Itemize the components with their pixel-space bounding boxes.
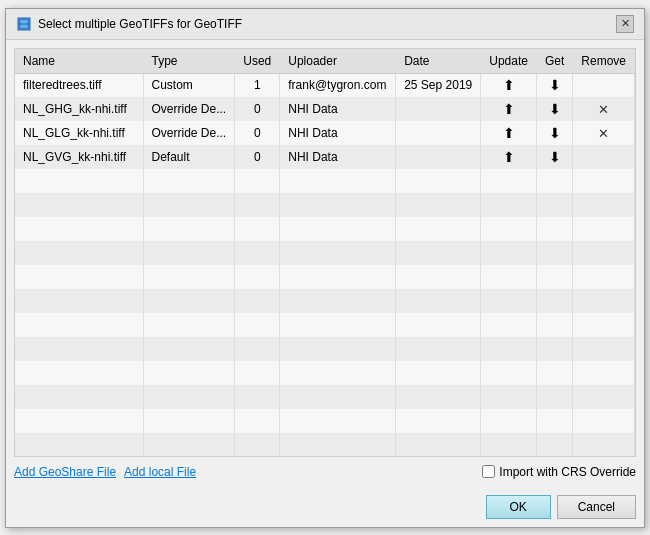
cell-remove	[573, 145, 635, 169]
table-row-empty	[15, 313, 635, 337]
table-header: Name Type Used Uploader Date Update Get …	[15, 49, 635, 74]
col-date: Date	[396, 49, 481, 74]
layers-icon	[16, 16, 32, 32]
get-icon[interactable]: ⬇	[549, 150, 561, 164]
cell-remove: ✕	[573, 121, 635, 145]
col-update: Update	[481, 49, 537, 74]
col-uploader: Uploader	[280, 49, 396, 74]
cell-update: ⬆	[481, 145, 537, 169]
add-local-button[interactable]: Add local File	[124, 465, 196, 479]
cell-uploader: NHI Data	[280, 145, 396, 169]
cell-name: NL_GVG_kk-nhi.tiff	[15, 145, 143, 169]
cell-update: ⬆	[481, 73, 537, 97]
cell-used: 0	[235, 97, 280, 121]
cell-uploader: frank@tygron.com	[280, 73, 396, 97]
cell-name: filteredtrees.tiff	[15, 73, 143, 97]
add-geoshare-button[interactable]: Add GeoShare File	[14, 465, 116, 479]
title-bar-left: Select multiple GeoTIFFs for GeoTIFF	[16, 16, 242, 32]
cell-date: 25 Sep 2019	[396, 73, 481, 97]
cell-uploader: NHI Data	[280, 121, 396, 145]
table-row-empty	[15, 217, 635, 241]
table-row-empty	[15, 241, 635, 265]
dialog-title: Select multiple GeoTIFFs for GeoTIFF	[38, 17, 242, 31]
table-body: filteredtrees.tiff Custom 1 frank@tygron…	[15, 73, 635, 457]
cell-type: Override De...	[143, 121, 235, 145]
cell-name: NL_GHG_kk-nhi.tiff	[15, 97, 143, 121]
col-type: Type	[143, 49, 235, 74]
file-table-container[interactable]: Name Type Used Uploader Date Update Get …	[14, 48, 636, 457]
col-get: Get	[536, 49, 572, 74]
footer-right: Import with CRS Override	[482, 465, 636, 479]
table-row-empty	[15, 265, 635, 289]
get-icon[interactable]: ⬇	[549, 78, 561, 92]
cell-used: 0	[235, 145, 280, 169]
crs-override-checkbox[interactable]	[482, 465, 495, 478]
cell-get: ⬇	[536, 121, 572, 145]
dialog-content: Name Type Used Uploader Date Update Get …	[6, 40, 644, 491]
table-row: NL_GHG_kk-nhi.tiff Override De... 0 NHI …	[15, 97, 635, 121]
cell-used: 0	[235, 121, 280, 145]
close-button[interactable]: ✕	[616, 15, 634, 33]
cell-used: 1	[235, 73, 280, 97]
table-row-empty	[15, 337, 635, 361]
update-icon[interactable]: ⬆	[503, 102, 515, 116]
cell-date	[396, 121, 481, 145]
update-icon[interactable]: ⬆	[503, 150, 515, 164]
cell-date	[396, 145, 481, 169]
cell-name: NL_GLG_kk-nhi.tiff	[15, 121, 143, 145]
remove-icon[interactable]: ✕	[598, 102, 609, 117]
cancel-button[interactable]: Cancel	[557, 495, 636, 519]
cell-type: Custom	[143, 73, 235, 97]
ok-button[interactable]: OK	[486, 495, 551, 519]
table-row-empty	[15, 433, 635, 457]
cell-update: ⬆	[481, 97, 537, 121]
footer-links: Add GeoShare File Add local File	[14, 465, 196, 479]
cell-update: ⬆	[481, 121, 537, 145]
dialog-buttons: OK Cancel	[6, 491, 644, 527]
table-row: NL_GLG_kk-nhi.tiff Override De... 0 NHI …	[15, 121, 635, 145]
cell-get: ⬇	[536, 73, 572, 97]
get-icon[interactable]: ⬇	[549, 126, 561, 140]
cell-uploader: NHI Data	[280, 97, 396, 121]
main-dialog: Select multiple GeoTIFFs for GeoTIFF ✕ N…	[5, 8, 645, 528]
cell-get: ⬇	[536, 97, 572, 121]
table-row-empty	[15, 409, 635, 433]
table-row-empty	[15, 289, 635, 313]
table-row-empty	[15, 193, 635, 217]
update-icon[interactable]: ⬆	[503, 126, 515, 140]
cell-type: Default	[143, 145, 235, 169]
footer: Add GeoShare File Add local File Import …	[14, 457, 636, 483]
file-table: Name Type Used Uploader Date Update Get …	[15, 49, 635, 457]
title-bar: Select multiple GeoTIFFs for GeoTIFF ✕	[6, 9, 644, 40]
cell-date	[396, 97, 481, 121]
cell-remove	[573, 73, 635, 97]
col-used: Used	[235, 49, 280, 74]
col-remove: Remove	[573, 49, 635, 74]
table-row-empty	[15, 361, 635, 385]
crs-override-label[interactable]: Import with CRS Override	[482, 465, 636, 479]
table-row-empty	[15, 385, 635, 409]
col-name: Name	[15, 49, 143, 74]
update-icon[interactable]: ⬆	[503, 78, 515, 92]
cell-type: Override De...	[143, 97, 235, 121]
get-icon[interactable]: ⬇	[549, 102, 561, 116]
table-row: NL_GVG_kk-nhi.tiff Default 0 NHI Data ⬆ …	[15, 145, 635, 169]
table-row-empty	[15, 169, 635, 193]
cell-remove: ✕	[573, 97, 635, 121]
remove-icon[interactable]: ✕	[598, 126, 609, 141]
table-row: filteredtrees.tiff Custom 1 frank@tygron…	[15, 73, 635, 97]
cell-get: ⬇	[536, 145, 572, 169]
